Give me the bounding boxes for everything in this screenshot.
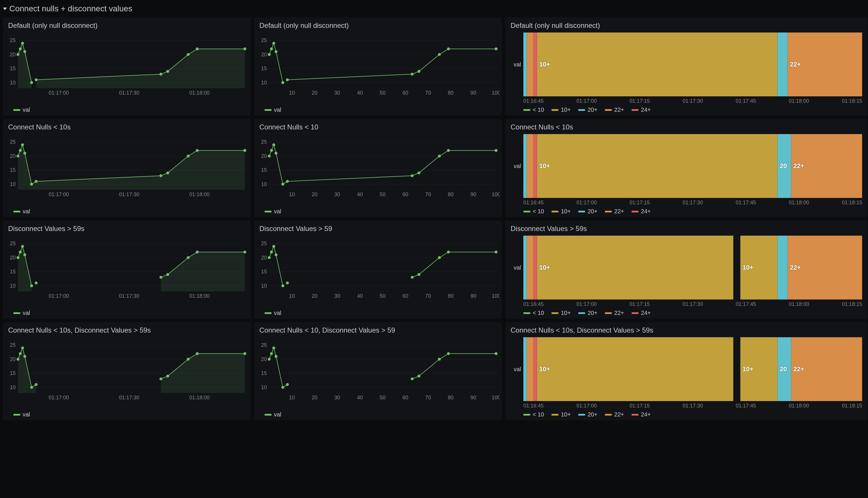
chart-body[interactable]: 10152025102030405060708090100 <box>256 337 499 409</box>
legend: val <box>5 105 248 113</box>
svg-point-94 <box>275 152 277 155</box>
legend-item[interactable]: 24+ <box>631 106 651 113</box>
legend-item-val[interactable]: val <box>13 208 30 215</box>
panel-r4c2[interactable]: Connect Nulls < 10, Disconnect Values > … <box>254 322 502 420</box>
legend-swatch <box>265 312 271 314</box>
timeline-track[interactable]: 10+2022+ <box>523 134 862 198</box>
svg-point-119 <box>160 276 162 279</box>
svg-point-152 <box>495 250 497 253</box>
legend-label: < 10 <box>533 208 544 215</box>
svg-text:20: 20 <box>10 153 16 159</box>
svg-text:15: 15 <box>261 370 267 376</box>
legend-item[interactable]: 10+ <box>551 411 571 418</box>
legend-label: 10+ <box>561 208 571 215</box>
legend-item[interactable]: 22+ <box>605 106 624 113</box>
legend-item[interactable]: < 10 <box>523 411 544 418</box>
legend-item[interactable]: 22+ <box>605 310 624 316</box>
svg-point-42 <box>272 42 275 45</box>
svg-point-164 <box>16 358 19 361</box>
legend: val <box>5 308 248 316</box>
panel-r1c1[interactable]: Default (only null disconnect) 101520250… <box>3 17 251 116</box>
chart-body[interactable]: 10152025102030405060708090100 <box>256 134 499 206</box>
svg-point-12 <box>19 47 22 50</box>
legend-item[interactable]: 24+ <box>631 208 651 215</box>
timeline-track[interactable]: 10+10+22+ <box>523 236 862 300</box>
svg-text:30: 30 <box>334 293 340 299</box>
legend-item[interactable]: 10+ <box>551 310 571 316</box>
legend-swatch <box>605 312 612 314</box>
legend-swatch <box>605 414 612 416</box>
panel-r2c2[interactable]: Connect Nulls < 10 101520251020304050607… <box>254 119 502 217</box>
panel-r1c2[interactable]: Default (only null disconnect) 101520251… <box>254 17 502 116</box>
panel-title: Default (only null disconnect) <box>256 20 499 32</box>
svg-point-20 <box>196 47 199 50</box>
panel-title: Connect Nulls < 10s <box>5 122 248 134</box>
svg-text:01:17:00: 01:17:00 <box>49 192 69 197</box>
chart-body[interactable]: 1015202501:17:0001:17:3001:18:00 <box>5 32 248 105</box>
legend-item[interactable]: 20+ <box>578 411 597 418</box>
legend: val <box>256 105 499 113</box>
legend-item-val[interactable]: val <box>265 411 281 418</box>
legend-item[interactable]: < 10 <box>523 106 544 113</box>
timeline-track[interactable]: 10+22+ <box>523 32 862 96</box>
chart-body[interactable]: val 10+10+2022+ 01:16:4501:17:0001:17:15… <box>508 337 865 418</box>
svg-point-62 <box>16 155 19 158</box>
legend-label: 20+ <box>587 106 597 113</box>
legend-item[interactable]: < 10 <box>523 310 544 316</box>
svg-point-91 <box>268 155 271 158</box>
legend-label: 24+ <box>641 310 651 316</box>
legend-item[interactable]: 22+ <box>605 411 624 418</box>
svg-point-148 <box>411 276 414 279</box>
panel-r3c2[interactable]: Disconnect Values > 59 10152025102030405… <box>254 221 502 319</box>
chart-body[interactable]: val 10+2022+ 01:16:4501:17:0001:17:1501:… <box>508 134 865 215</box>
svg-text:10: 10 <box>261 384 267 390</box>
legend-label: val <box>274 310 281 316</box>
series-label: val <box>508 32 523 96</box>
panel-r1c3[interactable]: Default (only null disconnect) val 10+22… <box>505 17 867 116</box>
chart-body[interactable]: 10152025102030405060708090100 <box>256 32 499 105</box>
legend-swatch <box>631 109 639 111</box>
chart-body[interactable]: val 10+10+22+ 01:16:4501:17:0001:17:1501… <box>508 236 865 316</box>
svg-point-173 <box>196 352 199 355</box>
panel-r4c3[interactable]: Connect Nulls < 10s, Disconnect Values >… <box>505 322 867 420</box>
chart-body[interactable]: 1015202501:17:0001:17:3001:18:00 <box>5 236 248 308</box>
legend-item[interactable]: 24+ <box>631 411 651 418</box>
chart-body[interactable]: val 10+22+ 01:16:4501:17:0001:17:1501:17… <box>508 32 865 113</box>
svg-point-19 <box>187 53 190 56</box>
legend-item-val[interactable]: val <box>13 310 30 316</box>
legend-item[interactable]: 20+ <box>578 208 597 215</box>
legend-item-val[interactable]: val <box>13 411 30 418</box>
legend-item[interactable]: 20+ <box>578 106 597 113</box>
legend-swatch <box>523 211 530 212</box>
legend-item[interactable]: 10+ <box>551 208 571 215</box>
chart-body[interactable]: 10152025102030405060708090100 <box>256 236 499 308</box>
legend-item-val[interactable]: val <box>13 106 30 113</box>
legend-swatch <box>13 109 20 111</box>
legend-item-val[interactable]: val <box>265 208 281 215</box>
legend-label: < 10 <box>533 310 544 316</box>
panel-r3c1[interactable]: Disconnect Values > 59s 1015202501:17:00… <box>3 221 251 319</box>
legend: < 10 10+ 20+ 22+ 24+ <box>508 409 865 418</box>
section-header[interactable]: Connect nulls + disconnect values <box>0 0 868 16</box>
legend-item[interactable]: 22+ <box>605 208 624 215</box>
panel-r3c3[interactable]: Disconnect Values > 59s val 10+10+22+ 01… <box>505 221 867 319</box>
svg-text:90: 90 <box>470 90 476 96</box>
legend-item-val[interactable]: val <box>265 310 281 316</box>
legend-item-val[interactable]: val <box>265 106 281 113</box>
chart-body[interactable]: 1015202501:17:0001:17:3001:18:00 <box>5 134 248 206</box>
legend-item[interactable]: < 10 <box>523 208 544 215</box>
svg-text:80: 80 <box>448 395 454 401</box>
legend-item[interactable]: 10+ <box>551 106 571 113</box>
legend-item[interactable]: 20+ <box>578 310 597 316</box>
legend-label: val <box>274 411 281 418</box>
chart-body[interactable]: 1015202501:17:0001:17:3001:18:00 <box>5 337 248 409</box>
timeline-track[interactable]: 10+10+2022+ <box>523 337 862 401</box>
legend-swatch <box>605 109 612 111</box>
legend-item[interactable]: 24+ <box>631 310 651 316</box>
panel-r4c1[interactable]: Connect Nulls < 10s, Disconnect Values >… <box>3 322 251 420</box>
panel-r2c1[interactable]: Connect Nulls < 10s 1015202501:17:0001:1… <box>3 119 251 217</box>
panel-r2c3[interactable]: Connect Nulls < 10s val 10+2022+ 01:16:4… <box>505 119 867 217</box>
svg-text:20: 20 <box>311 90 317 96</box>
svg-point-165 <box>19 352 22 355</box>
legend-label: 10+ <box>561 106 571 113</box>
